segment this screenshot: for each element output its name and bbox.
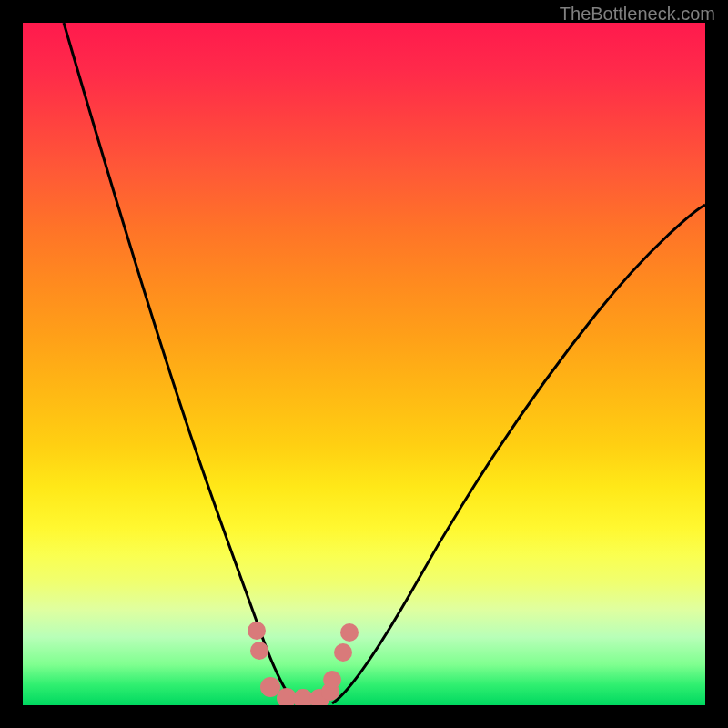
plot-area — [23, 23, 705, 705]
svg-point-1 — [250, 642, 268, 660]
optimal-range-markers — [248, 622, 359, 705]
watermark-text: TheBottleneck.com — [560, 4, 715, 25]
curve-left — [64, 23, 296, 703]
svg-point-7 — [323, 671, 341, 689]
svg-point-8 — [334, 643, 352, 662]
curve-right — [332, 205, 705, 703]
svg-point-0 — [248, 622, 266, 640]
chart-frame: TheBottleneck.com — [0, 0, 728, 728]
svg-point-9 — [340, 623, 359, 642]
svg-point-2 — [260, 677, 280, 697]
bottleneck-curve-svg — [23, 23, 705, 705]
